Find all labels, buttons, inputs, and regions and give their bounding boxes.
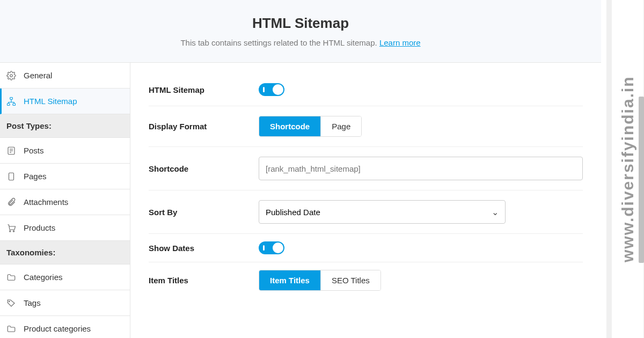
page-title: HTML Sitemap [0, 15, 601, 32]
show-dates-toggle[interactable] [259, 241, 284, 254]
sidebar-item-categories[interactable]: Categories [0, 264, 130, 290]
sidebar-item-label: Products [24, 223, 55, 232]
sidebar-item-html-sitemap[interactable]: HTML Sitemap [0, 89, 130, 114]
sidebar-item-label: Categories [24, 273, 63, 282]
display-format-page[interactable]: Page [321, 116, 361, 136]
sidebar-item-label: Product categories [24, 324, 91, 333]
sidebar-item-attachments[interactable]: Attachments [0, 189, 130, 215]
item-titles-label: Item Titles [149, 276, 259, 285]
svg-rect-8 [9, 173, 14, 180]
sidebar-heading-post-types: Post Types: [0, 114, 130, 138]
post-icon [6, 146, 16, 156]
sidebar-item-label: Attachments [24, 197, 68, 207]
sitemap-icon [6, 97, 16, 106]
scrollbar[interactable] [639, 97, 644, 263]
svg-rect-3 [13, 103, 16, 105]
html-sitemap-toggle[interactable] [259, 83, 284, 96]
page-icon [6, 172, 16, 181]
gear-icon [6, 71, 16, 80]
svg-point-11 [13, 230, 14, 231]
display-format-shortcode[interactable]: Shortcode [259, 116, 321, 136]
sidebar-item-product-categories[interactable]: Product categories [0, 316, 130, 338]
sort-by-select[interactable]: Published Date ⌄ [259, 200, 506, 224]
html-sitemap-label: HTML Sitemap [149, 85, 259, 94]
show-dates-label: Show Dates [149, 244, 259, 253]
sidebar-item-label: Pages [24, 172, 47, 181]
settings-form: HTML Sitemap Display Format Shortcode Pa… [130, 63, 601, 338]
sidebar-item-general[interactable]: General [0, 63, 130, 89]
sidebar: General HTML Sitemap Post Types: Posts P… [0, 63, 130, 338]
seo-titles-option[interactable]: SEO Titles [321, 270, 380, 290]
sidebar-item-label: Tags [24, 298, 41, 307]
sidebar-item-products[interactable]: Products [0, 215, 130, 241]
sort-by-label: Sort By [149, 208, 259, 217]
svg-rect-2 [8, 103, 10, 105]
page-header: HTML Sitemap This tab contains settings … [0, 0, 601, 63]
sidebar-heading-taxonomies: Taxonomies: [0, 241, 130, 264]
display-format-label: Display Format [149, 122, 259, 131]
sidebar-item-label: General [24, 71, 52, 80]
tag-icon [6, 298, 16, 308]
sidebar-item-posts[interactable]: Posts [0, 138, 130, 164]
chevron-down-icon: ⌄ [492, 207, 499, 217]
page-subtitle: This tab contains settings related to th… [0, 38, 601, 47]
folder-icon [6, 324, 16, 334]
sort-by-value: Published Date [266, 208, 320, 217]
display-format-segment: Shortcode Page [259, 116, 362, 137]
attachment-icon [6, 197, 16, 207]
cart-icon [6, 223, 16, 233]
item-titles-option[interactable]: Item Titles [259, 270, 321, 290]
shortcode-label: Shortcode [149, 164, 259, 173]
learn-more-link[interactable]: Learn more [379, 38, 421, 47]
sidebar-item-pages[interactable]: Pages [0, 164, 130, 189]
svg-rect-1 [10, 97, 13, 99]
folder-icon [6, 273, 16, 282]
shortcode-input[interactable] [259, 157, 583, 180]
sidebar-item-label: HTML Sitemap [24, 97, 77, 106]
sidebar-item-label: Posts [24, 146, 44, 155]
sidebar-item-tags[interactable]: Tags [0, 290, 130, 316]
svg-point-0 [10, 74, 13, 77]
svg-point-12 [9, 301, 10, 302]
svg-point-10 [10, 230, 11, 231]
item-titles-segment: Item Titles SEO Titles [259, 270, 381, 291]
